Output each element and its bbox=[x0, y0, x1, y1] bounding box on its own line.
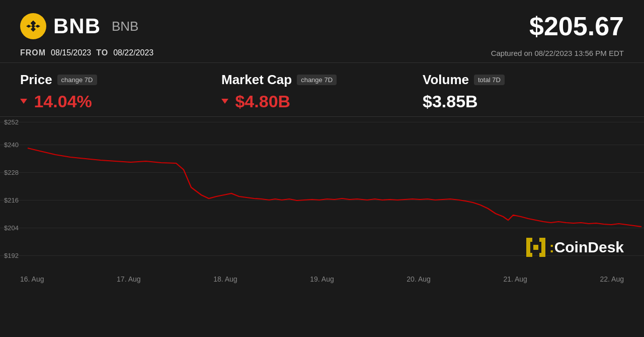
coin-info: BNB BNB bbox=[20, 13, 138, 39]
market-cap-title: Market Cap bbox=[221, 72, 292, 88]
x-label-20aug: 20. Aug bbox=[407, 275, 431, 283]
coindesk-logo: :CoinDesk bbox=[525, 237, 624, 258]
current-price: $205.67 bbox=[529, 11, 624, 41]
price-line bbox=[28, 148, 641, 227]
price-value: 14.04% bbox=[20, 92, 221, 111]
x-label-17aug: 17. Aug bbox=[117, 275, 141, 283]
captured-text: Captured on 08/22/2023 13:56 PM EDT bbox=[491, 49, 624, 57]
price-number: 14.04% bbox=[34, 92, 92, 111]
svg-rect-13 bbox=[533, 245, 538, 250]
market-cap-value: $4.80B bbox=[221, 92, 423, 111]
x-label-19aug: 19. Aug bbox=[310, 275, 334, 283]
header: BNB BNB $205.67 bbox=[0, 0, 644, 46]
from-label: FROM bbox=[20, 48, 46, 57]
svg-rect-9 bbox=[526, 253, 532, 257]
coin-name: BNB bbox=[53, 14, 101, 38]
to-label: TO bbox=[96, 48, 108, 57]
coindesk-name: :CoinDesk bbox=[549, 239, 624, 256]
price-arrow bbox=[20, 99, 27, 104]
svg-marker-5 bbox=[31, 24, 35, 28]
from-date: 08/15/2023 bbox=[51, 48, 91, 57]
market-cap-stat: Market Cap change 7D $4.80B bbox=[221, 72, 423, 111]
x-label-21aug: 21. Aug bbox=[503, 275, 527, 283]
bnb-logo bbox=[20, 13, 46, 39]
volume-title-row: Volume total 7D bbox=[423, 72, 624, 88]
price-stat: Price change 7D 14.04% bbox=[20, 72, 221, 111]
volume-value: $3.85B bbox=[423, 92, 624, 111]
x-label-22aug: 22. Aug bbox=[600, 275, 624, 283]
x-axis: 16. Aug 17. Aug 18. Aug 19. Aug 20. Aug … bbox=[0, 273, 644, 283]
market-cap-badge: change 7D bbox=[297, 75, 337, 85]
date-range: FROM 08/15/2023 TO 08/22/2023 Captured o… bbox=[20, 48, 624, 57]
market-cap-title-row: Market Cap change 7D bbox=[221, 72, 423, 88]
volume-title: Volume bbox=[423, 72, 469, 88]
svg-marker-2 bbox=[35, 25, 40, 28]
svg-rect-12 bbox=[539, 253, 545, 257]
coin-ticker: BNB bbox=[112, 19, 138, 34]
price-title: Price bbox=[20, 72, 52, 88]
volume-stat: Volume total 7D $3.85B bbox=[423, 72, 624, 111]
market-cap-arrow bbox=[221, 99, 228, 104]
volume-badge: total 7D bbox=[474, 75, 505, 85]
x-label-16aug: 16. Aug bbox=[20, 275, 44, 283]
to-date: 08/22/2023 bbox=[113, 48, 153, 57]
market-cap-number: $4.80B bbox=[235, 92, 290, 111]
date-range-row: FROM 08/15/2023 TO 08/22/2023 Captured o… bbox=[0, 46, 644, 63]
chart-area: $252 $240 $228 $216 $204 $192 bbox=[0, 117, 644, 273]
x-label-18aug: 18. Aug bbox=[213, 275, 237, 283]
price-badge: change 7D bbox=[57, 75, 97, 85]
volume-number: $3.85B bbox=[423, 92, 478, 111]
coindesk-icon bbox=[525, 237, 546, 258]
price-title-row: Price change 7D bbox=[20, 72, 221, 88]
stats-row: Price change 7D 14.04% Market Cap change… bbox=[0, 63, 644, 117]
svg-marker-1 bbox=[26, 25, 31, 28]
